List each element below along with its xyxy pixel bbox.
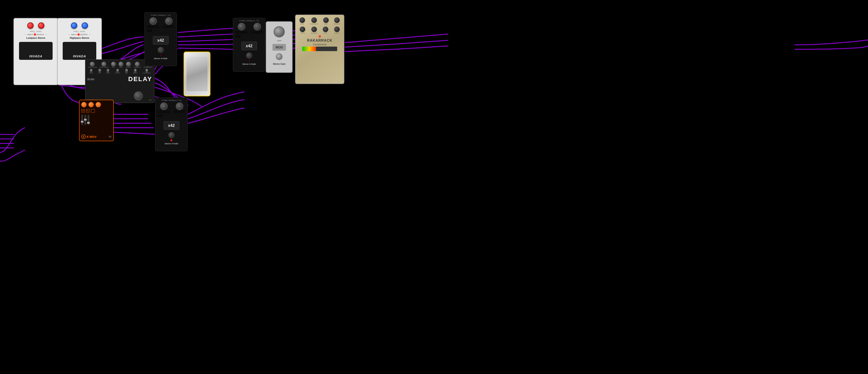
mon-d-toggle[interactable]: [134, 69, 136, 73]
maxgain-knob[interactable]: [334, 17, 340, 23]
whammy-pedal: K K WOV ∞: [79, 100, 114, 141]
freq-knob[interactable]: [27, 22, 34, 29]
xfade-led-active: [170, 140, 172, 141]
tempo-mode-knob[interactable]: [90, 62, 95, 66]
feedback-label: FEEDBACK: [134, 66, 141, 68]
xfade-header: X-Fade: Overlap [-1..+1]: [162, 99, 181, 101]
attack-knob[interactable]: [300, 26, 305, 32]
knob1[interactable]: [81, 102, 87, 107]
wave-icon3: [91, 109, 95, 113]
brand-label: INVADA: [29, 54, 42, 58]
hcf-toggle[interactable]: [125, 69, 128, 73]
arrow-out: →: [45, 33, 47, 36]
xfade-small-knob[interactable]: [168, 132, 175, 138]
freq-label: FREQ: [73, 30, 79, 32]
cur-tempo-label: CUR TEMPO: [143, 73, 151, 74]
xfade-bottom-pedal: X-Fade: Overlap [-1..+1] SIGNAL A/B SHAP…: [155, 97, 188, 151]
x42-label: x42: [246, 44, 252, 49]
shape-knob[interactable]: [253, 23, 261, 30]
knee-knob[interactable]: [323, 17, 329, 23]
xfade-led: [248, 60, 250, 62]
vu-bar: [302, 47, 316, 51]
xfade-small-knob[interactable]: [246, 52, 252, 59]
slider3[interactable]: [88, 115, 89, 125]
freq-knob[interactable]: [71, 22, 77, 29]
mod-knob[interactable]: [276, 53, 283, 60]
peak-knob[interactable]: [322, 26, 329, 32]
threshold-knob[interactable]: [311, 17, 317, 23]
xfade-right-pedal: X-Fade: Overlap [-1..+1] SIGNAL A/B SHAP…: [233, 18, 265, 72]
release-knob[interactable]: [311, 26, 317, 32]
shape-knob[interactable]: [176, 103, 183, 110]
shape-label: SHAPE: [174, 110, 186, 114]
crossfeed-label: CROSSFEED: [144, 66, 152, 68]
tap-label: TAP: [149, 99, 152, 101]
whammy-logo: K: [81, 135, 86, 139]
compressor-pedal: RATIO THRESHOLD KNEE MAX/GAIN ATTACK: [295, 15, 344, 84]
wave-icon1: [81, 109, 85, 113]
xfade-footer: Stereo X-Fade: [242, 63, 256, 65]
blend-knob[interactable]: [126, 62, 131, 66]
level-knob[interactable]: [82, 22, 88, 29]
shape-label: SHAPE: [251, 30, 263, 34]
cur-tempo-toggle[interactable]: [146, 69, 148, 73]
signal-ab-knob[interactable]: [238, 23, 245, 30]
div-r-label: DIV R: [119, 66, 123, 68]
pedal-name: Stereo Gain: [273, 63, 285, 65]
gain-knob[interactable]: [274, 26, 285, 37]
signal-ab-label: SIGNAL A/B: [157, 110, 171, 118]
ratio-knob[interactable]: [299, 17, 305, 23]
div-l-label: DIV L: [112, 66, 115, 68]
shape-label: SHAPE: [163, 25, 175, 29]
signal-ab-knob[interactable]: [160, 103, 168, 110]
knob3[interactable]: [96, 102, 101, 107]
level-knob[interactable]: [38, 22, 44, 29]
infinity-symbol: ∞: [108, 134, 112, 139]
input-led: [78, 34, 80, 35]
blend-label: BLEND: [126, 66, 131, 68]
lcf-toggle[interactable]: [98, 69, 101, 73]
input-led: [34, 34, 36, 35]
wave-icon2: [86, 109, 90, 113]
mod-text: MOD: [276, 46, 283, 49]
model-label: Compressor: [298, 43, 342, 46]
comp-led: [319, 36, 320, 37]
lcf-in-toggle[interactable]: [90, 69, 92, 73]
lowpass-pedal: FREQ LEVEL → INPUT OUTPUT → Lowpass Ster…: [13, 18, 58, 85]
feedback-knob[interactable]: [135, 62, 140, 66]
brand-label: RAKARRACK: [298, 38, 342, 42]
knob2[interactable]: [88, 102, 94, 107]
xfade-header: X-Fade: Overlap [-1..+1]: [151, 15, 170, 16]
delay-pedal: TEMPO MODE USER TEMPO DIV L DIV R BLEND …: [85, 59, 154, 103]
signal-ab-label: SIGNAL A/B: [235, 30, 249, 38]
cables-layer: .cable { stroke: #8800cc; stroke-width: …: [0, 0, 868, 374]
gain-label-text: GAIN: [277, 40, 281, 42]
delay-title: DELAY: [128, 76, 152, 83]
lcmq-toggle[interactable]: [107, 69, 109, 73]
signal-ab-label: SIGNAL A/B: [147, 25, 160, 33]
xfade-top-pedal: X-Fade: Overlap [-1..+1] SIGNAL A/B SHAP…: [145, 12, 177, 66]
shape-knob[interactable]: [165, 17, 173, 25]
level-label: LEVEL: [80, 30, 86, 32]
output-label: OUTPUT: [81, 34, 88, 36]
tap-tempo-knob[interactable]: [134, 91, 143, 100]
vu-meter: [302, 47, 337, 51]
pedal-surface[interactable]: [186, 57, 208, 91]
xfade-small-knob[interactable]: [158, 47, 164, 53]
div-r-knob[interactable]: [118, 62, 123, 66]
x42-label: x42: [157, 38, 164, 43]
xfade-footer: Stereo X-Fade: [154, 57, 167, 60]
hcf-on-toggle[interactable]: [117, 69, 119, 73]
slider2[interactable]: [84, 115, 86, 125]
pedal-name: Highpass Stereo: [70, 36, 89, 39]
brand-label: K WOV: [87, 135, 96, 139]
signal-ab-knob[interactable]: [149, 17, 157, 25]
stereo-knob[interactable]: [334, 26, 340, 32]
arrow-in: →: [25, 33, 27, 36]
user-tempo-knob[interactable]: [101, 62, 106, 66]
xfade-header: X-Fade: Overlap [-1..+1]: [239, 20, 259, 22]
input-label: INPUT: [28, 34, 33, 36]
freq-label: FREQ: [30, 30, 35, 32]
div-l-knob[interactable]: [111, 62, 116, 66]
slider1[interactable]: [81, 115, 83, 125]
